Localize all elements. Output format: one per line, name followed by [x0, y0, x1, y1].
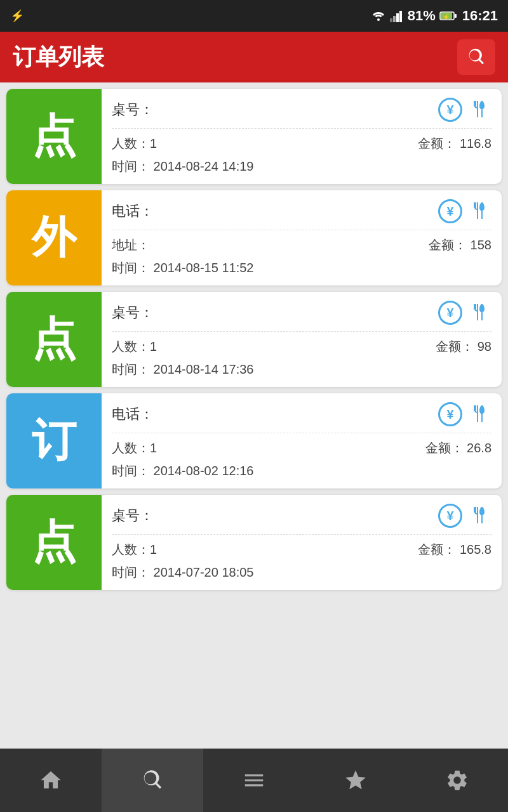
- search-button[interactable]: [457, 39, 495, 75]
- order-field2: 人数：1: [112, 440, 157, 457]
- nav-home[interactable]: [0, 749, 102, 812]
- search-nav-icon: [140, 768, 164, 792]
- home-icon: [39, 768, 63, 792]
- order-action-icons: ¥: [438, 402, 491, 426]
- order-card[interactable]: 外 电话： ¥ 地址： 金额： 158 时间： 2014-08-: [6, 190, 502, 285]
- order-row-mid: 人数：1 金额： 26.8: [112, 440, 491, 457]
- order-row-header: 桌号： ¥: [112, 301, 491, 332]
- order-time: 时间： 2014-08-14 17:36: [112, 361, 253, 378]
- order-row-time: 时间： 2014-08-14 17:36: [112, 361, 491, 378]
- order-row-time: 时间： 2014-08-24 14:19: [112, 158, 491, 175]
- order-row-mid: 人数：1 金额： 116.8: [112, 135, 491, 152]
- order-card[interactable]: 点 桌号： ¥ 人数：1 金额： 98 时间： 2014-08-: [6, 292, 502, 387]
- cutlery-icon[interactable]: [467, 402, 491, 426]
- svg-text:⚡: ⚡: [443, 13, 450, 21]
- order-amount: 金额： 158: [429, 237, 491, 254]
- time-display: 16:21: [462, 8, 498, 24]
- order-field1-label: 桌号：: [112, 506, 154, 525]
- fork-knife-svg: [469, 303, 490, 323]
- yen-icon[interactable]: ¥: [438, 199, 462, 223]
- fork-knife-svg: [469, 506, 490, 526]
- order-row-mid: 人数：1 金额： 165.8: [112, 541, 491, 558]
- order-time: 时间： 2014-08-02 12:16: [112, 462, 253, 480]
- svg-rect-3: [396, 13, 399, 22]
- nav-menu[interactable]: [203, 749, 305, 812]
- search-icon: [466, 47, 486, 67]
- order-field2: 人数：1: [112, 541, 157, 558]
- svg-point-0: [377, 18, 380, 21]
- nav-settings[interactable]: [406, 749, 508, 812]
- svg-rect-7: [455, 14, 457, 18]
- svg-rect-2: [393, 16, 396, 22]
- order-row-time: 时间： 2014-08-15 11:52: [112, 259, 491, 277]
- order-card[interactable]: 点 桌号： ¥ 人数：1 金额： 165.8 时间： 2014-: [6, 495, 502, 590]
- order-row-header: 电话： ¥: [112, 402, 491, 433]
- order-row-mid: 地址： 金额： 158: [112, 237, 491, 254]
- order-field1-label: 电话：: [112, 405, 154, 424]
- app-header: 订单列表: [0, 32, 508, 82]
- order-action-icons: ¥: [438, 301, 491, 325]
- order-field2: 人数：1: [112, 338, 157, 355]
- svg-rect-1: [390, 18, 392, 22]
- order-type-icon: 点: [6, 292, 102, 387]
- cutlery-icon[interactable]: [467, 199, 491, 223]
- nav-search[interactable]: [102, 749, 203, 812]
- status-bar: ⚡ 81% ⚡ 16:21: [0, 0, 508, 32]
- yen-icon[interactable]: ¥: [438, 301, 462, 325]
- order-field2: 人数：1: [112, 135, 157, 152]
- signal-icons: 81% ⚡: [371, 8, 457, 24]
- order-time: 时间： 2014-08-15 11:52: [112, 259, 253, 277]
- order-list: 点 桌号： ¥ 人数：1 金额： 116.8 时间： 2014-: [0, 82, 508, 749]
- page-title: 订单列表: [13, 42, 104, 73]
- order-type-icon: 外: [6, 190, 102, 285]
- svg-rect-4: [399, 11, 402, 22]
- usb-icon: ⚡: [10, 9, 24, 23]
- order-field2: 地址：: [112, 237, 150, 254]
- order-card[interactable]: 订 电话： ¥ 人数：1 金额： 26.8 时间： 2014-0: [6, 393, 502, 488]
- battery-text: 81%: [408, 8, 436, 24]
- nav-favorites[interactable]: [305, 749, 406, 812]
- order-action-icons: ¥: [438, 199, 491, 223]
- order-details: 桌号： ¥ 人数：1 金额： 98 时间： 2014-08-14 17:36: [102, 292, 502, 387]
- order-action-icons: ¥: [438, 504, 491, 528]
- order-details: 电话： ¥ 人数：1 金额： 26.8 时间： 2014-08-02 12:16: [102, 393, 502, 488]
- menu-icon: [242, 768, 266, 792]
- yen-icon[interactable]: ¥: [438, 98, 462, 122]
- bottom-navigation: [0, 749, 508, 812]
- fork-knife-svg: [469, 201, 490, 221]
- order-time: 时间： 2014-07-20 18:05: [112, 564, 253, 581]
- yen-icon[interactable]: ¥: [438, 402, 462, 426]
- order-type-icon: 点: [6, 495, 102, 590]
- order-row-time: 时间： 2014-08-02 12:16: [112, 462, 491, 480]
- cutlery-icon[interactable]: [467, 301, 491, 325]
- order-row-mid: 人数：1 金额： 98: [112, 338, 491, 355]
- order-amount: 金额： 26.8: [425, 440, 491, 457]
- order-amount: 金额： 116.8: [418, 135, 491, 152]
- order-details: 桌号： ¥ 人数：1 金额： 165.8 时间： 2014-07-20 18:0…: [102, 495, 502, 590]
- order-field1-label: 桌号：: [112, 100, 154, 119]
- order-action-icons: ¥: [438, 98, 491, 122]
- order-time: 时间： 2014-08-24 14:19: [112, 158, 253, 175]
- wifi-icon: [371, 10, 386, 22]
- order-field1-label: 电话：: [112, 202, 154, 221]
- cutlery-icon[interactable]: [467, 504, 491, 528]
- signal-icon: [390, 10, 404, 22]
- order-row-header: 电话： ¥: [112, 199, 491, 230]
- star-icon: [344, 768, 368, 792]
- order-amount: 金额： 165.8: [418, 541, 491, 558]
- settings-icon: [445, 768, 469, 792]
- order-type-icon: 订: [6, 393, 102, 488]
- battery-icon: ⚡: [439, 11, 457, 21]
- order-details: 电话： ¥ 地址： 金额： 158 时间： 2014-08-15 11:52: [102, 190, 502, 285]
- order-field1-label: 桌号：: [112, 303, 154, 322]
- order-row-header: 桌号： ¥: [112, 504, 491, 535]
- cutlery-icon[interactable]: [467, 98, 491, 122]
- order-row-header: 桌号： ¥: [112, 98, 491, 129]
- yen-icon[interactable]: ¥: [438, 504, 462, 528]
- order-amount: 金额： 98: [436, 338, 491, 355]
- order-details: 桌号： ¥ 人数：1 金额： 116.8 时间： 2014-08-24 14:1…: [102, 89, 502, 184]
- fork-knife-svg: [469, 404, 490, 424]
- order-card[interactable]: 点 桌号： ¥ 人数：1 金额： 116.8 时间： 2014-: [6, 89, 502, 184]
- order-type-icon: 点: [6, 89, 102, 184]
- order-row-time: 时间： 2014-07-20 18:05: [112, 564, 491, 581]
